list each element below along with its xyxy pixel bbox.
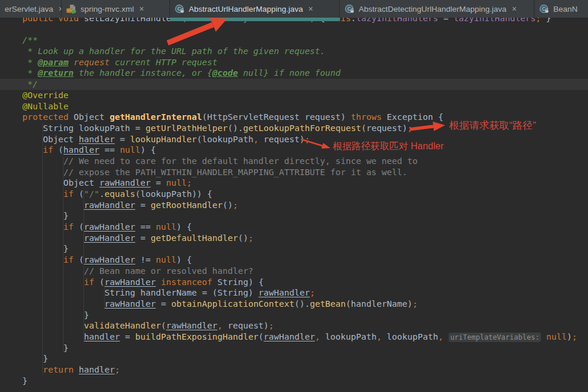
code-line: * @param request current HTTP request [0,57,588,68]
code-line: @Nullable [0,101,588,112]
code-line: rawHandler = getRootHandler(); [0,200,588,211]
code-line: } [0,353,588,364]
code-line: } [0,310,588,321]
java-class-readonly-icon: C [175,4,185,14]
code-line: return handler; [0,364,588,376]
code-line: } [0,210,588,222]
close-icon[interactable]: × [512,5,516,13]
code-line: /** [0,35,588,46]
close-icon[interactable]: × [139,5,144,13]
code-line: // Bean name or resolved handler? [0,266,588,277]
code-line: Object handler = lookupHandler(lookupPat… [0,134,588,145]
ide-window: erServlet.java×<>spring-mvc.xml×CAbstrac… [0,0,588,392]
code-line: handler = buildPathExposingHandler(rawHa… [0,331,588,343]
tab-label: erServlet.java [5,5,54,14]
tab-label: AbstractUrlHandlerMapping.java [189,5,303,14]
editor-tab[interactable]: erServlet.java× [0,0,62,18]
tab-label: spring-mvc.xml [81,5,134,14]
code-line: String handlerName = (String) rawHandler… [0,287,588,299]
annotation-handler-note: 根据路径获取匹对 Handler [333,140,443,153]
code-line: } [0,376,588,387]
code-line: } [0,243,588,254]
code-line: * @return the handler instance, or {@cod… [0,68,588,79]
code-line: rawHandler = obtainApplicationContext().… [0,299,588,310]
code-editor[interactable]: public void setLazyInitHandlers(boolean … [0,18,588,392]
editor-tab[interactable]: CAbstractUrlHandlerMapping.java× [170,0,340,18]
tab-label: AbstractDetectingUrlHandlerMapping.java [359,5,506,14]
code-line: if (handler == null) { [0,145,588,156]
editor-tab[interactable]: CAbstractDetectingUrlHandlerMapping.java… [340,0,534,18]
code-line: * Look up a handler for the URL path of … [0,46,588,57]
editor-tab[interactable]: <>spring-mvc.xml× [62,0,170,18]
code-line: if (rawHandler != null) { [0,254,588,266]
code-line: @Override [0,90,588,101]
editor-tab-bar: erServlet.java×<>spring-mvc.xml×CAbstrac… [0,0,588,18]
code-line: */ [0,79,588,90]
code-line [0,24,588,35]
code-lines: public void setLazyInitHandlers(boolean … [0,18,588,386]
code-line: validateHandler(rawHandler, request); [0,320,588,331]
annotation-path-note: 根据请求获取“路径” [449,119,536,132]
active-tab-underline [170,18,340,21]
tab-label: BeanN [553,5,577,14]
java-class-readonly-icon: C [345,4,355,14]
java-class-readonly-icon: C [539,4,549,14]
parameter-name-hint: uriTemplateVariables: [449,333,542,342]
code-line: // We need to care for the default handl… [0,156,588,167]
code-line: rawHandler = getDefaultHandler(); [0,233,588,244]
code-line: } [0,343,588,354]
code-line: Object rawHandler = null; [0,177,588,189]
code-line: // expose the PATH_WITHIN_HANDLER_MAPPIN… [0,167,588,178]
code-line: if (rawHandler == null) { [0,222,588,233]
editor-tab[interactable]: CBeanN [534,0,588,18]
close-icon[interactable]: × [308,5,313,13]
code-line: if (rawHandler instanceof String) { [0,277,588,288]
spring-xml-file-icon: <> [66,4,76,14]
svg-text:<>: <> [67,8,72,12]
code-line: if ("/".equals(lookupPath)) { [0,189,588,200]
